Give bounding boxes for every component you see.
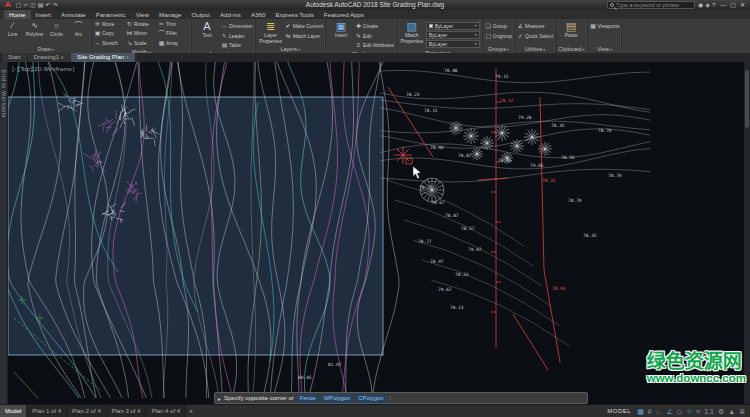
close-icon[interactable]: ✕ (738, 0, 747, 10)
plot-icon[interactable]: ▤ (37, 0, 45, 10)
undo-icon[interactable]: ↶ (44, 0, 51, 10)
viewports-button[interactable]: ▦Viewports (590, 22, 620, 30)
mirror-button[interactable]: ⋈Mirror (126, 29, 157, 37)
search-box[interactable]: Type a keyword or phrase (607, 1, 695, 9)
panel-label-layers[interactable]: Layers▾ (256, 45, 325, 53)
lineweight-dropdown[interactable]: ByLayer ▾ (426, 40, 480, 48)
docked-palette[interactable]: End to Workable (0, 62, 8, 404)
ungroup-button[interactable]: ▢Ungroup (485, 32, 512, 40)
drawing-area[interactable]: [-][Top][2D Wireframe]78.4879.1578.2378.… (0, 62, 750, 404)
otrack-icon[interactable]: ⊹ (684, 405, 694, 417)
fillet-button[interactable]: ⌒Fillet (158, 29, 189, 37)
edit-attributes-icon: ≡ (355, 41, 362, 49)
add-ins[interactable]: Add-ins (215, 10, 246, 19)
trim-button[interactable]: ✂Trim (158, 20, 189, 28)
express-tools[interactable]: Express Tools (270, 10, 318, 19)
copt-cpolygon[interactable]: CPolygon (355, 394, 386, 403)
plan-4-of-4[interactable]: Plan 4 of 4 (146, 405, 186, 417)
save-icon[interactable]: ◫ (29, 0, 37, 10)
scrollbar-thumb[interactable] (745, 70, 749, 128)
leader-button[interactable]: ↖Leader (221, 32, 253, 40)
command-line[interactable]: ▸ Specify opposite corner or FenceWPolyg… (214, 392, 588, 404)
viewport-controls[interactable]: [-][Top][2D Wireframe] (12, 66, 74, 73)
app-menu-button[interactable]: A (3, 0, 13, 10)
plan-1-of-4[interactable]: Plan 1 of 4 (27, 405, 67, 417)
arc-button[interactable]: ⌒Arc (68, 20, 89, 37)
redo-icon[interactable]: ↷ (51, 0, 58, 10)
new-file-icon[interactable]: ▢ (15, 0, 23, 10)
polar-icon[interactable]: ∠ (665, 405, 675, 417)
quick-select-button[interactable]: ✓Quick Select (517, 32, 553, 40)
create-button[interactable]: ✚Create (355, 22, 394, 30)
table-button[interactable]: ▤Table (221, 41, 253, 49)
minimize-icon[interactable]: — (718, 0, 728, 10)
help-icon[interactable]: ? (711, 0, 716, 10)
fillet-label: Fillet (166, 30, 177, 36)
circle-button[interactable]: ○Circle (46, 20, 67, 37)
insert[interactable]: Insert (31, 10, 56, 19)
customize-icon[interactable]: ≣ (737, 405, 747, 417)
start[interactable]: Start (2, 53, 27, 62)
match-layer-button[interactable]: ⇆Match Layer (285, 32, 323, 40)
apps-icon[interactable]: ◈ (704, 0, 711, 10)
annotation-monitor-icon[interactable]: ▲ (726, 405, 737, 417)
copt-wpolygon[interactable]: WPolygon (321, 394, 353, 403)
output[interactable]: Output (186, 10, 215, 19)
restore-icon[interactable]: ▢ (728, 0, 738, 10)
panel-label-groups[interactable]: Groups▾ (483, 45, 514, 53)
a360[interactable]: A360 (246, 10, 270, 19)
plan-3-of-4[interactable]: Plan 3 of 4 (107, 405, 147, 417)
move-button[interactable]: ✛Move (94, 20, 125, 28)
ortho-icon[interactable]: ∟ (654, 405, 665, 417)
grid-icon[interactable]: ▦ (635, 405, 646, 417)
elevation-label: 78.70 (568, 198, 582, 203)
copy-button[interactable]: ▣Copy (94, 29, 125, 37)
edit-button[interactable]: ✎Edit (355, 32, 394, 40)
line-button[interactable]: ∕Line (2, 20, 23, 37)
linetype-dropdown[interactable]: ByLayer ▾ (426, 31, 480, 39)
panel-block: ▣ Insert ✚Create✎Edit≡Edit Attributes Bl… (326, 19, 397, 53)
array-button[interactable]: ▦Array (158, 39, 189, 47)
vegetation-cluster (63, 94, 67, 97)
model-space-indicator[interactable]: MODEL (603, 405, 635, 417)
plan-2-of-4[interactable]: Plan 2 of 4 (67, 405, 107, 417)
drawing-canvas[interactable]: [-][Top][2D Wireframe]78.4879.1578.2378.… (8, 62, 744, 404)
rotate-button[interactable]: ↻Rotate (126, 20, 157, 28)
stretch-button[interactable]: ↔Stretch (94, 39, 125, 47)
home[interactable]: Home (4, 10, 31, 19)
site-grading-plan[interactable]: Site Grading Plan (71, 53, 135, 62)
panel-label-utilities[interactable]: Utilities▾ (515, 45, 555, 53)
polyline-button[interactable]: ∿Polyline (24, 20, 45, 37)
paste-button[interactable]: ▤ Paste (558, 20, 584, 39)
view[interactable]: View (131, 10, 154, 19)
new-layout-button[interactable]: + (186, 405, 196, 417)
drawing1[interactable]: Drawing1 (28, 53, 70, 62)
edit-attributes-button[interactable]: ≡Edit Attributes (355, 41, 394, 49)
object-color-dropdown[interactable]: ByLayer ▾ (426, 22, 480, 30)
annotate[interactable]: Annotate (56, 10, 91, 19)
workspace-gear-icon[interactable]: ⚙ (716, 405, 726, 417)
measure-button[interactable]: ∡Measure (517, 22, 553, 30)
lineweight-icon[interactable]: ≡ (694, 405, 702, 417)
open-file-icon[interactable]: ▱ (22, 0, 29, 10)
dimension-button[interactable]: ↔Dimension (221, 22, 253, 30)
panel-label-view[interactable]: View▾ (588, 45, 622, 53)
make-current-button[interactable]: ✔Make Current (285, 22, 323, 30)
insert-block-button[interactable]: ▣ Insert (328, 20, 354, 39)
scale-button[interactable]: ⇘Scale (126, 39, 157, 47)
parametric[interactable]: Parametric (91, 10, 131, 19)
panel-label-draw[interactable]: Draw▾ (0, 45, 91, 53)
layer-properties-button[interactable]: ≣ Layer Properties (258, 20, 284, 44)
copt-fence[interactable]: Fence (297, 394, 319, 403)
model[interactable]: Model (0, 405, 27, 417)
osnap-icon[interactable]: ◇ (675, 405, 684, 417)
match-properties-button[interactable]: ▧ Match Properties (399, 20, 425, 44)
panel-label-clipboard[interactable]: Clipboard▾ (556, 45, 587, 53)
manage[interactable]: Manage (154, 10, 186, 19)
text-button[interactable]: A Text (194, 20, 220, 39)
featured-apps[interactable]: Featured Apps (319, 10, 369, 19)
group-button[interactable]: ❏Group (485, 22, 512, 30)
annotation-scale[interactable]: 1:1 (702, 405, 716, 417)
signin-icon[interactable]: ◉ (697, 0, 704, 10)
snap-icon[interactable]: # (646, 405, 654, 417)
